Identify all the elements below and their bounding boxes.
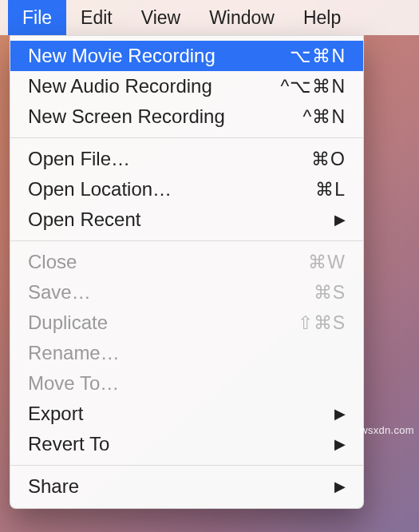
menu-item-new-audio-recording[interactable]: New Audio Recording^⌥⌘N: [10, 71, 363, 101]
menu-item-label: Close: [28, 251, 258, 273]
menu-item-shortcut: ⌘L: [258, 179, 346, 200]
menu-item-label: Open Location…: [28, 178, 258, 200]
menu-item-rename: Rename…: [10, 338, 363, 368]
menu-item-label: Share: [28, 475, 258, 498]
menubar-item-label: File: [22, 7, 52, 29]
menu-separator: [10, 240, 363, 241]
menubar-item-help[interactable]: Help: [289, 0, 355, 35]
menu-item-shortcut: ⌥⌘N: [258, 46, 346, 67]
menu-item-move-to: Move To…: [10, 368, 363, 399]
menu-item-new-movie-recording[interactable]: New Movie Recording⌥⌘N: [10, 41, 363, 71]
menu-item-close: Close⌘W: [10, 247, 363, 277]
menu-item-shortcut: ⇧⌘S: [258, 312, 346, 334]
submenu-arrow-icon: ▶: [258, 435, 346, 453]
menu-separator: [10, 465, 363, 466]
menu-item-label: New Movie Recording: [28, 45, 258, 67]
menu-separator: [10, 137, 363, 138]
menu-item-label: New Screen Recording: [28, 105, 258, 128]
menu-item-label: Export: [28, 403, 258, 425]
menu-item-label: Move To…: [28, 372, 258, 395]
menubar-item-file[interactable]: File: [8, 0, 66, 35]
file-menu-dropdown: New Movie Recording⌥⌘NNew Audio Recordin…: [10, 35, 364, 509]
menu-item-revert-to[interactable]: Revert To▶: [10, 429, 363, 459]
menu-item-open-file[interactable]: Open File…⌘O: [10, 144, 363, 174]
menubar-item-label: Help: [303, 7, 341, 29]
menubar-item-window[interactable]: Window: [195, 0, 289, 35]
menu-item-open-location[interactable]: Open Location…⌘L: [10, 174, 363, 204]
menu-item-label: Save…: [28, 281, 258, 304]
menubar-item-label: View: [141, 7, 180, 29]
menu-item-open-recent[interactable]: Open Recent▶: [10, 204, 363, 235]
menu-item-new-screen-recording[interactable]: New Screen Recording^⌘N: [10, 101, 363, 132]
desktop: FileEditViewWindowHelp New Movie Recordi…: [0, 0, 419, 532]
watermark: wsxdn.com: [360, 424, 414, 436]
menu-item-label: Open Recent: [28, 208, 258, 231]
menu-item-shortcut: ^⌥⌘N: [258, 76, 346, 97]
menu-item-shortcut: ^⌘N: [258, 106, 346, 128]
menubar: FileEditViewWindowHelp: [0, 0, 419, 35]
submenu-arrow-icon: ▶: [258, 211, 346, 228]
menubar-item-edit[interactable]: Edit: [66, 0, 127, 35]
menu-item-shortcut: ⌘O: [258, 149, 346, 170]
menu-item-label: New Audio Recording: [28, 75, 258, 97]
submenu-arrow-icon: ▶: [258, 405, 346, 423]
submenu-arrow-icon: ▶: [258, 478, 346, 495]
menubar-item-label: Edit: [81, 7, 113, 29]
menu-item-label: Open File…: [28, 148, 258, 170]
menu-item-share[interactable]: Share▶: [10, 471, 363, 502]
menu-item-label: Revert To: [28, 433, 258, 455]
menubar-item-view[interactable]: View: [127, 0, 195, 35]
menu-item-shortcut: ⌘S: [258, 282, 346, 304]
menu-item-shortcut: ⌘W: [258, 252, 346, 273]
menu-item-duplicate: Duplicate⇧⌘S: [10, 308, 363, 338]
menu-item-export[interactable]: Export▶: [10, 399, 363, 429]
menubar-item-label: Window: [209, 7, 275, 29]
menu-item-label: Duplicate: [28, 312, 258, 334]
menu-item-save: Save…⌘S: [10, 277, 363, 308]
menu-item-label: Rename…: [28, 342, 258, 364]
